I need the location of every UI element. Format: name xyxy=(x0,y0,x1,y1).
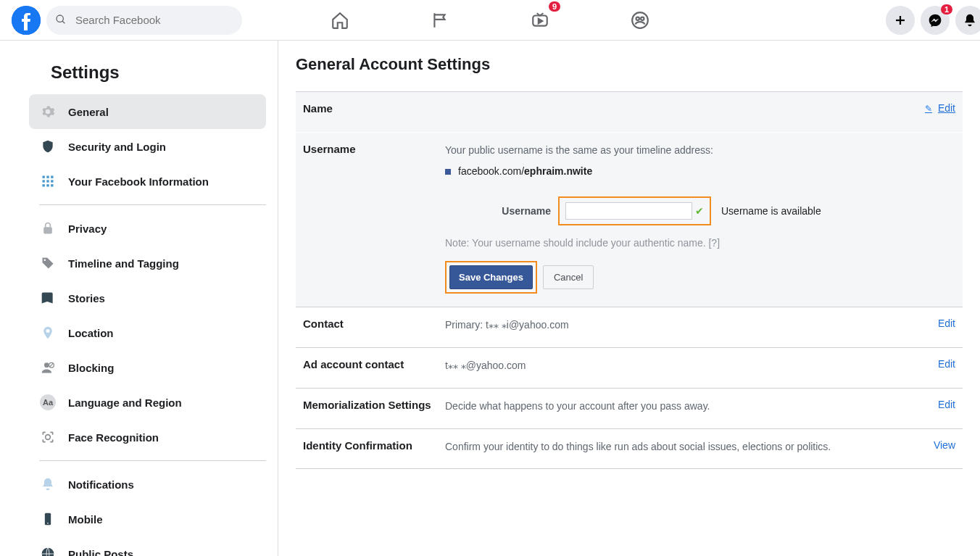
mobile-icon xyxy=(39,510,57,528)
svg-rect-17 xyxy=(51,184,53,186)
sidebar-item-label: Face Recognition xyxy=(68,431,159,444)
sidebar-item-label: Mobile xyxy=(68,513,103,526)
help-link[interactable]: [?] xyxy=(708,237,720,249)
sidebar-separator xyxy=(39,204,266,205)
sidebar-item-label: Your Facebook Information xyxy=(68,175,209,188)
sidebar-item-label: Public Posts xyxy=(68,548,133,557)
svg-point-5 xyxy=(636,17,639,20)
svg-rect-10 xyxy=(46,176,49,178)
language-icon: Aa xyxy=(39,394,57,411)
nav-watch[interactable]: 9 xyxy=(523,3,557,38)
svg-point-23 xyxy=(46,435,51,440)
sidebar-item-label: Language and Region xyxy=(68,397,182,409)
create-button[interactable] xyxy=(886,6,915,35)
svg-rect-11 xyxy=(51,176,53,178)
svg-line-22 xyxy=(50,363,54,367)
svg-point-4 xyxy=(632,12,648,28)
sidebar-item-privacy[interactable]: Privacy xyxy=(29,211,266,246)
cancel-button[interactable]: Cancel xyxy=(543,265,594,289)
sidebar-item-blocking[interactable]: Blocking xyxy=(29,350,266,385)
memorial-section: Memorialization Settings Decide what hap… xyxy=(296,388,963,428)
username-input[interactable] xyxy=(565,202,692,220)
username-label: Username xyxy=(303,143,445,294)
username-desc: Your public username is the same as your… xyxy=(445,143,955,158)
page-title: General Account Settings xyxy=(296,55,963,74)
tag-icon xyxy=(39,254,57,272)
svg-point-1 xyxy=(57,15,63,22)
sidebar-item-face-recognition[interactable]: Face Recognition xyxy=(29,420,266,455)
main-content: General Account Settings Name ✎Edit User… xyxy=(278,41,980,556)
username-body: Your public username is the same as your… xyxy=(445,143,955,294)
sidebar-item-label: Notifications xyxy=(68,478,134,491)
sidebar-title: Settings xyxy=(51,62,266,83)
search-input[interactable] xyxy=(46,6,242,35)
save-changes-button[interactable]: Save Changes xyxy=(449,265,533,289)
svg-line-2 xyxy=(62,21,65,23)
adcontact-section: Ad account contact t⁎⁎ ⁎@yahoo.com Edit xyxy=(296,347,963,388)
layout: Settings GeneralSecurity and LoginYour F… xyxy=(0,41,980,556)
sidebar-item-location[interactable]: Location xyxy=(29,315,266,350)
sidebar-item-label: Timeline and Tagging xyxy=(68,257,179,270)
sidebar-item-language-and-region[interactable]: AaLanguage and Region xyxy=(29,385,266,420)
messenger-button[interactable]: 1 xyxy=(921,6,950,35)
messenger-badge: 1 xyxy=(941,4,952,14)
username-input-highlight: ✔ xyxy=(558,196,711,225)
header: 9 1 xyxy=(0,0,980,41)
svg-rect-15 xyxy=(43,184,45,186)
watch-badge: 9 xyxy=(549,1,560,12)
nav-home[interactable] xyxy=(323,3,357,38)
nav-groups[interactable] xyxy=(623,3,657,38)
svg-point-19 xyxy=(44,260,46,262)
sidebar-item-label: Security and Login xyxy=(68,141,166,153)
shield-icon xyxy=(39,138,57,155)
search-icon xyxy=(55,14,67,28)
sidebar-item-notifications[interactable]: Notifications xyxy=(29,467,266,502)
memorial-edit-link[interactable]: Edit xyxy=(938,399,955,410)
identity-label: Identity Confirmation xyxy=(303,439,445,458)
name-edit-link[interactable]: ✎Edit xyxy=(925,102,955,114)
svg-point-25 xyxy=(47,523,49,524)
name-label: Name xyxy=(303,102,445,122)
username-note: Note: Your username should include your … xyxy=(445,236,955,251)
username-input-row: Username ✔ Username is available xyxy=(445,196,955,225)
identity-value: Confirm your identity to do things like … xyxy=(445,439,955,458)
facebook-logo[interactable] xyxy=(12,6,41,35)
sidebar-item-label: Location xyxy=(68,327,114,339)
sidebar-item-mobile[interactable]: Mobile xyxy=(29,502,266,536)
name-section: Name ✎Edit xyxy=(296,91,963,132)
svg-rect-14 xyxy=(51,180,53,182)
svg-rect-18 xyxy=(43,227,52,233)
notifications-button[interactable] xyxy=(955,6,980,35)
sidebar-item-public-posts[interactable]: Public Posts xyxy=(29,536,266,556)
sidebar-item-your-facebook-information[interactable]: Your Facebook Information xyxy=(29,164,266,199)
sidebar-separator xyxy=(39,460,266,461)
svg-point-20 xyxy=(44,362,49,368)
lock-icon xyxy=(39,220,57,237)
save-button-highlight: Save Changes xyxy=(445,261,537,294)
nav-pages[interactable] xyxy=(423,3,457,38)
username-available: Username is available xyxy=(721,204,821,219)
svg-rect-13 xyxy=(46,180,49,182)
globe-icon xyxy=(39,545,57,556)
blocked-user-icon xyxy=(39,359,57,376)
contact-edit-link[interactable]: Edit xyxy=(938,318,955,329)
sidebar-item-timeline-and-tagging[interactable]: Timeline and Tagging xyxy=(29,246,266,281)
sidebar-item-general[interactable]: General xyxy=(29,94,266,129)
contact-section: Contact Primary: t⁎⁎ ⁎i@yahoo.com Edit xyxy=(296,307,963,347)
svg-point-6 xyxy=(641,17,644,20)
search-wrap xyxy=(46,6,242,35)
adcontact-label: Ad account contact xyxy=(303,358,445,378)
sidebar-item-label: Blocking xyxy=(68,362,114,374)
sidebar-item-security-and-login[interactable]: Security and Login xyxy=(29,129,266,164)
face-icon xyxy=(39,428,57,446)
sidebar-item-label: General xyxy=(68,106,109,118)
adcontact-edit-link[interactable]: Edit xyxy=(938,358,955,370)
identity-view-link[interactable]: View xyxy=(934,439,955,451)
right-nav: 1 xyxy=(886,6,968,35)
pencil-icon: ✎ xyxy=(925,104,932,114)
bell-icon xyxy=(39,476,57,493)
svg-rect-9 xyxy=(43,176,45,178)
bullet-icon xyxy=(445,169,451,175)
sidebar-item-stories[interactable]: Stories xyxy=(29,281,266,315)
sidebar-item-label: Privacy xyxy=(68,223,107,235)
